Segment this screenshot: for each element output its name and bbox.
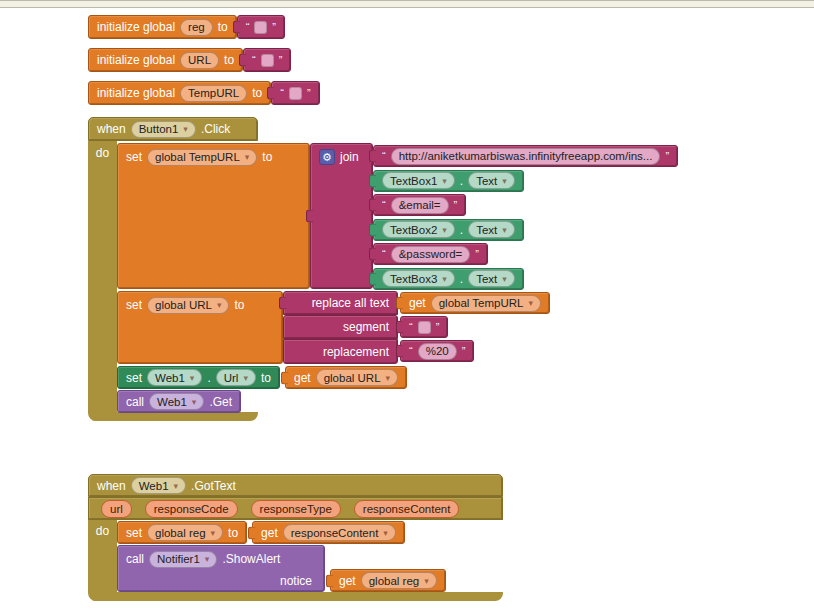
to-label: to: [228, 526, 238, 540]
set-label: set: [126, 526, 142, 540]
when-web1-gottext-block[interactable]: when Web1 .GotText: [88, 474, 503, 497]
segment-row[interactable]: segment: [283, 315, 398, 339]
empty-string-block[interactable]: “ ”: [243, 48, 291, 72]
url-string-block[interactable]: “ http://aniketkumarbiswas.infinityfreea…: [373, 145, 678, 167]
init-keyword: initialize global: [97, 86, 175, 100]
set-web1-url-block[interactable]: set Web1 . Url to: [117, 366, 280, 389]
open-quote: “: [280, 87, 284, 99]
component-dropdown-pill[interactable]: TextBox3: [382, 270, 455, 287]
when-label: when: [97, 122, 126, 136]
replace-all-text-block[interactable]: replace all text get global TempURL segm…: [283, 291, 550, 364]
empty-string-socket[interactable]: [261, 54, 274, 67]
replacement-label: replacement: [323, 345, 389, 359]
variable-name-pill[interactable]: URL: [180, 52, 219, 69]
to-label: to: [218, 20, 228, 34]
get-global-reg-block[interactable]: get global reg: [330, 569, 446, 592]
component-dropdown-pill[interactable]: TextBox2: [382, 221, 455, 238]
component-dropdown-pill[interactable]: Web1: [149, 393, 204, 410]
call-web1-get-block[interactable]: call Web1 .Get: [117, 390, 241, 413]
variable-dropdown-pill[interactable]: global TempURL: [147, 149, 257, 166]
get-global-tempurl-block[interactable]: get global TempURL: [400, 292, 550, 314]
init-keyword: initialize global: [97, 20, 175, 34]
variable-dropdown-pill[interactable]: responseContent: [283, 524, 396, 541]
component-dropdown-pill[interactable]: TextBox1: [382, 172, 455, 189]
init-global-tempurl-block[interactable]: initialize global TempURL to: [88, 81, 271, 105]
call-notifier1-showalert-block[interactable]: call Notifier1 .ShowAlert notice: [117, 545, 325, 592]
to-label: to: [262, 150, 272, 164]
get-label: get: [294, 371, 311, 385]
textbox1-text-block[interactable]: TextBox1 . Text: [373, 170, 524, 192]
string-value[interactable]: %20: [418, 343, 457, 360]
textbox3-text-block[interactable]: TextBox3 . Text: [373, 268, 524, 290]
string-value[interactable]: http://aniketkumarbiswas.infinityfreeapp…: [391, 148, 661, 165]
set-global-reg-block[interactable]: set global reg to: [117, 521, 247, 544]
empty-string-socket[interactable]: [418, 321, 431, 334]
string-value[interactable]: &email=: [391, 197, 449, 214]
variable-dropdown-pill[interactable]: global TempURL: [431, 295, 541, 312]
get-global-url-block[interactable]: get global URL: [285, 366, 407, 389]
segment-string-block[interactable]: “ ”: [400, 316, 448, 338]
set-label: set: [126, 150, 142, 164]
replacement-string-block[interactable]: “ %20 ”: [400, 340, 474, 362]
property-dropdown-pill[interactable]: Text: [468, 221, 515, 238]
get-responsecontent-block[interactable]: get responseContent: [252, 521, 405, 544]
open-quote: “: [382, 199, 386, 211]
when-button1-click-block[interactable]: when Button1 .Click: [88, 117, 258, 141]
component-dropdown-pill[interactable]: Notifier1: [149, 551, 217, 568]
textbox2-text-block[interactable]: TextBox2 . Text: [373, 219, 524, 241]
close-quote: ”: [475, 248, 479, 260]
event-label: .Click: [201, 122, 230, 136]
close-quote: ”: [462, 345, 466, 357]
email-string-block[interactable]: “ &email= ”: [373, 194, 466, 216]
method-label: .Get: [209, 395, 232, 409]
dot-label: .: [460, 272, 463, 286]
open-quote: “: [246, 21, 250, 33]
variable-name-pill[interactable]: reg: [180, 19, 213, 36]
mutator-gear-icon[interactable]: ⚙: [319, 149, 335, 165]
init-global-url-block[interactable]: initialize global URL to: [88, 48, 243, 72]
set-global-url-block[interactable]: set global URL to: [117, 291, 283, 364]
workspace-top-strip: [0, 0, 814, 8]
set-global-tempurl-block[interactable]: set global TempURL to: [117, 143, 310, 289]
variable-dropdown-pill[interactable]: global URL: [316, 369, 398, 386]
replacement-row[interactable]: replacement: [283, 339, 398, 364]
close-quote: ”: [454, 199, 458, 211]
variable-name-pill[interactable]: TempURL: [180, 85, 247, 102]
get-label: get: [339, 574, 356, 588]
init-keyword: initialize global: [97, 53, 175, 67]
param-pill-responsetype[interactable]: responseType: [251, 500, 341, 518]
set-label: set: [126, 371, 142, 385]
empty-string-block[interactable]: “ ”: [237, 15, 285, 39]
dot-label: .: [460, 223, 463, 237]
component-dropdown-pill[interactable]: Button1: [131, 121, 196, 138]
empty-string-socket[interactable]: [289, 87, 302, 100]
password-string-block[interactable]: “ &password= ”: [373, 243, 488, 265]
replace-all-text-label: replace all text: [312, 296, 389, 310]
blocks-workspace[interactable]: initialize global reg to “ ” initialize …: [0, 0, 814, 616]
notice-label: notice: [280, 574, 312, 588]
param-pill-responsecode[interactable]: responseCode: [145, 500, 238, 518]
param-pill-responsecontent[interactable]: responseContent: [354, 500, 460, 518]
variable-dropdown-pill[interactable]: global reg: [147, 524, 223, 541]
component-dropdown-pill[interactable]: Web1: [147, 369, 202, 386]
string-value[interactable]: &password=: [391, 246, 471, 263]
param-pill-url[interactable]: url: [101, 500, 132, 518]
close-quote: ”: [665, 150, 669, 162]
variable-dropdown-pill[interactable]: global reg: [361, 572, 437, 589]
property-dropdown-pill[interactable]: Text: [468, 172, 515, 189]
empty-string-socket[interactable]: [254, 21, 267, 34]
to-label: to: [234, 298, 244, 312]
get-label: get: [261, 526, 278, 540]
get-label: get: [409, 296, 426, 310]
empty-string-block[interactable]: “ ”: [271, 81, 319, 105]
when-label: when: [97, 479, 126, 493]
variable-dropdown-pill[interactable]: global URL: [147, 297, 229, 314]
join-block[interactable]: ⚙ join: [310, 143, 373, 289]
event-label: .GotText: [191, 479, 236, 493]
component-dropdown-pill[interactable]: Web1: [131, 477, 186, 494]
init-global-reg-block[interactable]: initialize global reg to: [88, 15, 237, 39]
property-dropdown-pill[interactable]: Url: [216, 369, 256, 386]
property-dropdown-pill[interactable]: Text: [468, 270, 515, 287]
set-label: set: [126, 298, 142, 312]
replace-all-text-row[interactable]: replace all text: [283, 291, 398, 315]
